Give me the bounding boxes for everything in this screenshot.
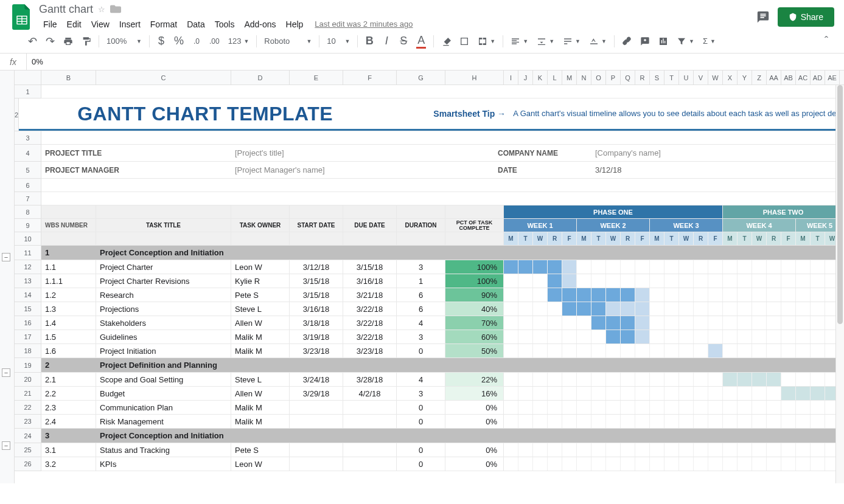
gantt-cell[interactable] — [562, 330, 577, 343]
gantt-cell[interactable] — [650, 401, 664, 414]
cell-task[interactable]: KPIs — [96, 457, 231, 471]
gantt-cell[interactable] — [548, 415, 562, 428]
gantt-cell[interactable] — [548, 401, 562, 414]
gantt-cell[interactable] — [781, 415, 796, 428]
gantt-cell[interactable] — [767, 344, 781, 357]
currency-icon[interactable]: $ — [153, 33, 169, 49]
gantt-cell[interactable] — [664, 457, 679, 471]
gantt-cell[interactable] — [738, 302, 752, 316]
gantt-cell[interactable] — [796, 288, 811, 302]
cell-duration[interactable]: 0 — [397, 344, 445, 357]
gantt-cell[interactable] — [811, 373, 825, 386]
day-header[interactable]: M — [796, 232, 811, 245]
proj-title-value[interactable]: [Project's title] — [231, 145, 494, 161]
merge-cells-icon[interactable]: ▼ — [474, 36, 499, 46]
gantt-cell[interactable] — [694, 260, 708, 274]
cell-pct[interactable]: 0% — [445, 415, 504, 428]
menu-data[interactable]: Data — [183, 17, 209, 32]
gantt-cell[interactable] — [591, 344, 606, 357]
gantt-cell[interactable] — [548, 288, 562, 302]
gantt-cell[interactable] — [606, 344, 621, 357]
gantt-cell[interactable] — [650, 330, 664, 343]
gantt-cell[interactable] — [767, 443, 781, 457]
date-value[interactable]: 3/12/18 — [591, 162, 844, 178]
week-header[interactable]: WEEK 2 — [577, 219, 650, 232]
cell-duration[interactable]: 0 — [397, 415, 445, 428]
gantt-cell[interactable] — [811, 443, 825, 457]
th-owner[interactable]: TASK OWNER — [231, 219, 290, 232]
cell-owner[interactable]: Leon W — [231, 457, 290, 471]
row-header[interactable]: 20 — [15, 373, 41, 387]
gantt-cell[interactable] — [723, 274, 738, 288]
row-header[interactable]: 11 — [15, 246, 41, 260]
cell-duration[interactable]: 3 — [397, 387, 445, 400]
gantt-cell[interactable] — [533, 443, 548, 457]
gantt-cell[interactable] — [562, 344, 577, 357]
gantt-cell[interactable] — [621, 401, 635, 414]
proj-title-label[interactable]: PROJECT TITLE — [41, 145, 231, 161]
cell-duration[interactable]: 4 — [397, 316, 445, 330]
gantt-cell[interactable] — [606, 401, 621, 414]
gantt-cell[interactable] — [679, 288, 694, 302]
cell-duration[interactable]: 4 — [397, 373, 445, 386]
redo-icon[interactable]: ↷ — [42, 33, 58, 49]
col-header[interactable]: X — [723, 71, 738, 85]
col-header[interactable]: U — [679, 71, 694, 85]
cell-duration[interactable]: 3 — [397, 330, 445, 343]
zoom-select[interactable]: 100%▼ — [103, 36, 145, 46]
cell-duration[interactable]: 6 — [397, 288, 445, 302]
gantt-cell[interactable] — [694, 373, 708, 386]
gantt-cell[interactable] — [767, 302, 781, 316]
gantt-cell[interactable] — [635, 316, 650, 330]
gantt-cell[interactable] — [679, 457, 694, 471]
gantt-cell[interactable] — [796, 443, 811, 457]
gantt-cell[interactable] — [606, 316, 621, 330]
fill-color-icon[interactable] — [438, 33, 455, 49]
functions-icon[interactable]: Σ▼ — [699, 36, 719, 46]
gantt-cell[interactable] — [811, 457, 825, 471]
col-header[interactable]: S — [650, 71, 664, 85]
th-task[interactable]: TASK TITLE — [96, 219, 231, 232]
gantt-cell[interactable] — [621, 387, 635, 400]
gantt-cell[interactable] — [708, 302, 723, 316]
cell-duration[interactable]: 3 — [397, 260, 445, 274]
gantt-cell[interactable] — [752, 302, 767, 316]
collapse-toolbar-icon[interactable]: ˆ — [818, 33, 834, 49]
row-header[interactable]: 23 — [15, 415, 41, 429]
italic-icon[interactable]: I — [378, 33, 394, 49]
gantt-cell[interactable] — [708, 330, 723, 343]
gantt-cell[interactable] — [796, 274, 811, 288]
gantt-cell[interactable] — [533, 373, 548, 386]
gantt-cell[interactable] — [591, 260, 606, 274]
day-header[interactable]: M — [650, 232, 664, 245]
cell-due[interactable]: 3/22/18 — [343, 302, 397, 316]
cell-wbs[interactable]: 3.2 — [41, 457, 96, 471]
gantt-cell[interactable] — [752, 288, 767, 302]
gantt-cell[interactable] — [650, 260, 664, 274]
cell-task[interactable]: Communication Plan — [96, 401, 231, 414]
cell-pct[interactable]: 0% — [445, 457, 504, 471]
day-header[interactable]: W — [533, 232, 548, 245]
gantt-cell[interactable] — [548, 316, 562, 330]
gantt-cell[interactable] — [811, 330, 825, 343]
gantt-cell[interactable] — [504, 457, 518, 471]
gantt-cell[interactable] — [562, 288, 577, 302]
gantt-cell[interactable] — [562, 387, 577, 400]
cell-pct[interactable]: 16% — [445, 387, 504, 400]
col-header[interactable]: Z — [752, 71, 767, 85]
col-header[interactable]: AB — [781, 71, 796, 85]
gantt-cell[interactable] — [752, 387, 767, 400]
gantt-cell[interactable] — [767, 387, 781, 400]
col-header[interactable]: C — [96, 71, 231, 85]
gantt-cell[interactable] — [694, 443, 708, 457]
cell-duration[interactable]: 6 — [397, 302, 445, 316]
col-header[interactable]: O — [591, 71, 606, 85]
cell-pct[interactable]: 0% — [445, 443, 504, 457]
day-header[interactable]: M — [504, 232, 518, 245]
gantt-cell[interactable] — [548, 443, 562, 457]
gantt-cell[interactable] — [504, 344, 518, 357]
gantt-cell[interactable] — [504, 260, 518, 274]
print-icon[interactable] — [60, 33, 77, 49]
gantt-cell[interactable] — [781, 316, 796, 330]
gantt-cell[interactable] — [548, 457, 562, 471]
